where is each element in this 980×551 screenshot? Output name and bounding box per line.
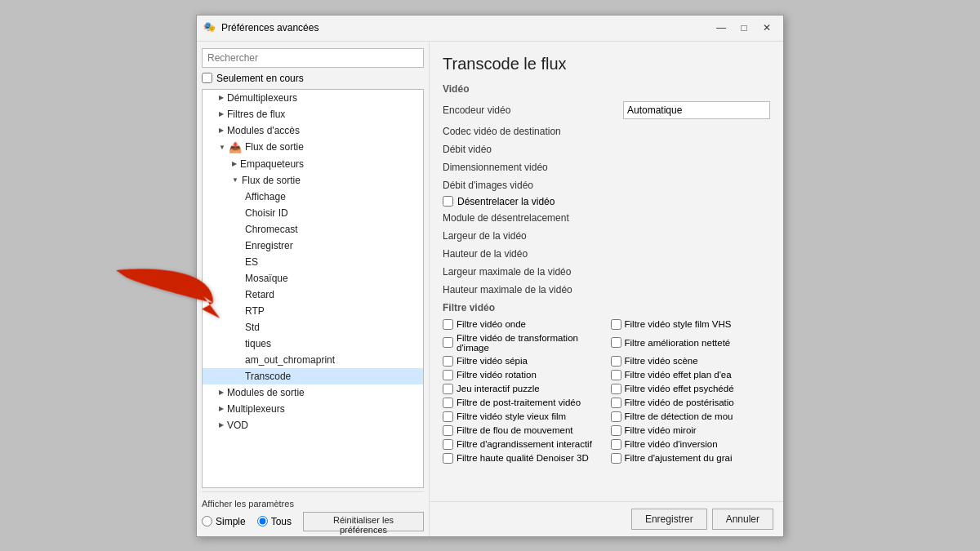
tree-item-modules-acces[interactable]: ▶ Modules d'accès: [203, 122, 423, 139]
seulement-en-cours-label: Seulement en cours: [216, 73, 304, 84]
checkbox-vieux-film[interactable]: [443, 411, 453, 422]
tree-item-flux-sortie-parent[interactable]: ▼ 📤 Flux de sortie: [203, 139, 423, 156]
tree-item-chromecast[interactable]: Chromecast: [203, 221, 423, 238]
label-debit-images: Débit d'images vidéo: [443, 180, 770, 191]
field-dimensionnement: Dimensionnement vidéo: [443, 160, 770, 175]
title-bar: 🎭 Préférences avancées — □ ✕: [197, 16, 783, 42]
label-debit: Débit vidéo: [443, 144, 770, 155]
checkbox-vhs[interactable]: [611, 319, 621, 330]
filter-agrandissement: Filtre d'agrandissement interactif: [443, 438, 603, 451]
tree-label-choisir-id: Choisir ID: [245, 207, 288, 219]
tree-item-filtres[interactable]: ▶ Filtres de flux: [203, 106, 423, 122]
checkbox-miroir[interactable]: [611, 425, 621, 436]
label-posterisation: Filtre vidéo de postérisatio: [625, 398, 734, 407]
close-button[interactable]: ✕: [757, 20, 777, 36]
label-flou-mouvement: Filtre de flou de mouvement: [457, 425, 573, 435]
checkbox-sepia[interactable]: [443, 356, 453, 367]
filter-transformation: Filtre vidéo de transformation d'image: [443, 332, 603, 353]
tree-item-multiplexeurs[interactable]: ▶ Multiplexeurs: [203, 401, 423, 417]
label-miroir: Filtre vidéo miroir: [625, 425, 697, 435]
input-encodeur[interactable]: [623, 101, 770, 119]
tree-label-transcode: Transcode: [245, 371, 291, 382]
checkbox-puzzle[interactable]: [443, 384, 453, 394]
checkbox-ajustement[interactable]: [611, 453, 621, 464]
checkbox-rotation[interactable]: [443, 370, 453, 380]
radio-simple-label: Simple: [216, 516, 246, 527]
checkbox-desentrelacer[interactable]: [443, 196, 453, 207]
tree-item-es[interactable]: ES: [203, 254, 423, 270]
checkbox-post-traitement[interactable]: [443, 398, 453, 408]
tree-item-affichage[interactable]: Affichage: [203, 189, 423, 205]
radio-tous-item: Tous: [257, 516, 292, 527]
checkbox-psychede[interactable]: [611, 384, 621, 394]
label-puzzle: Jeu interactif puzzle: [457, 384, 540, 393]
filter-psychede: Filtre vidéo effet psychédé: [611, 383, 771, 395]
field-module-desentrelacement: Module de désentrelacement: [443, 211, 770, 225]
filter-section-label: Filtre vidéo: [443, 302, 770, 313]
checkbox-transformation[interactable]: [443, 337, 453, 348]
checkbox-plan-eau[interactable]: [611, 370, 621, 380]
arrow-modules-sortie: ▶: [219, 389, 224, 396]
tree-item-modules-sortie[interactable]: ▶ Modules de sortie: [203, 384, 423, 401]
field-codec: Codec vidéo de destination: [443, 124, 770, 139]
tree-label-mosaique: Mosaïque: [245, 273, 288, 284]
label-denoiser: Filtre haute qualité Denoiser 3D: [457, 453, 589, 463]
tree-item-tiques[interactable]: tiques: [203, 335, 423, 352]
filter-posterisation: Filtre vidéo de postérisatio: [611, 397, 771, 409]
tree-item-choisir-id[interactable]: Choisir ID: [203, 205, 423, 221]
tree-item-std[interactable]: Std: [203, 319, 423, 335]
tree-item-mosaique[interactable]: Mosaïque: [203, 270, 423, 287]
label-onde: Filtre vidéo onde: [457, 319, 526, 329]
label-scene: Filtre vidéo scène: [625, 356, 698, 366]
checkbox-scene[interactable]: [611, 356, 621, 367]
checkbox-onde[interactable]: [443, 319, 453, 330]
reinitialiser-btn[interactable]: Réinitialiser les préférences: [303, 512, 424, 531]
tree-container[interactable]: ▶ Démultiplexeurs ▶ Filtres de flux ▶ Mo…: [202, 89, 424, 488]
tree-item-vod[interactable]: ▶ VOD: [203, 417, 423, 433]
left-panel: Seulement en cours ▶ Démultiplexeurs ▶ F…: [197, 42, 430, 536]
filter-vhs: Filtre vidéo style film VHS: [611, 318, 771, 331]
label-desentrelacer: Désentrelacer la vidéo: [457, 196, 555, 207]
checkbox-flou-mouvement[interactable]: [443, 425, 453, 436]
checkbox-inversion[interactable]: [611, 439, 621, 450]
window-controls: — □ ✕: [711, 20, 777, 36]
checkbox-nettete[interactable]: [611, 337, 621, 348]
tree-label-es: ES: [245, 256, 258, 268]
arrow-flux-parent: ▼: [219, 144, 225, 151]
tree-label-demux: Démultiplexeurs: [227, 92, 297, 104]
radio-simple[interactable]: [202, 516, 212, 527]
filter-onde: Filtre vidéo onde: [443, 318, 603, 331]
tree-item-flux-sortie-child[interactable]: ▼ Flux de sortie: [203, 172, 423, 189]
tree-item-rtp[interactable]: RTP: [203, 303, 423, 319]
radio-simple-item: Simple: [202, 516, 246, 527]
filter-denoiser: Filtre haute qualité Denoiser 3D: [443, 452, 603, 464]
radio-tous[interactable]: [257, 516, 268, 527]
tree-item-stream-chromaprint[interactable]: am_out_chromaprint: [203, 352, 423, 368]
tree-label-rtp: RTP: [245, 305, 265, 317]
tree-item-empaqueteurs[interactable]: ▶ Empaqueteurs: [203, 156, 423, 172]
right-content: Transcode le flux Vidéo Encodeur vidéo C…: [430, 42, 783, 501]
tree-item-demux[interactable]: ▶ Démultiplexeurs: [203, 90, 423, 106]
maximize-button[interactable]: □: [734, 20, 754, 36]
label-ajustement: Filtre d'ajustement du grai: [625, 453, 733, 463]
tree-item-enregistrer[interactable]: Enregistrer: [203, 238, 423, 254]
tree-label-multiplexeurs: Multiplexeurs: [227, 403, 285, 415]
save-button[interactable]: Enregistrer: [631, 509, 707, 530]
checkbox-detection-mouvement[interactable]: [611, 411, 621, 422]
field-hauteur: Hauteur de la vidéo: [443, 247, 770, 261]
tree-item-transcode[interactable]: Transcode: [203, 368, 423, 384]
minimize-button[interactable]: —: [711, 20, 731, 36]
tree-label-flux-child: Flux de sortie: [242, 175, 301, 186]
filter-puzzle: Jeu interactif puzzle: [443, 383, 603, 395]
tree-label-vod: VOD: [227, 420, 248, 431]
label-transformation: Filtre vidéo de transformation d'image: [457, 333, 603, 353]
cancel-button[interactable]: Annuler: [712, 509, 773, 530]
seulement-en-cours-checkbox[interactable]: [202, 73, 212, 83]
checkbox-posterisation[interactable]: [611, 398, 621, 408]
tree-label-stream-chromaprint: am_out_chromaprint: [245, 354, 335, 366]
search-input[interactable]: [202, 48, 424, 68]
tree-item-retard[interactable]: Retard: [203, 287, 423, 303]
label-sepia: Filtre vidéo sépia: [457, 356, 528, 366]
checkbox-agrandissement[interactable]: [443, 439, 453, 450]
checkbox-denoiser[interactable]: [443, 453, 453, 464]
